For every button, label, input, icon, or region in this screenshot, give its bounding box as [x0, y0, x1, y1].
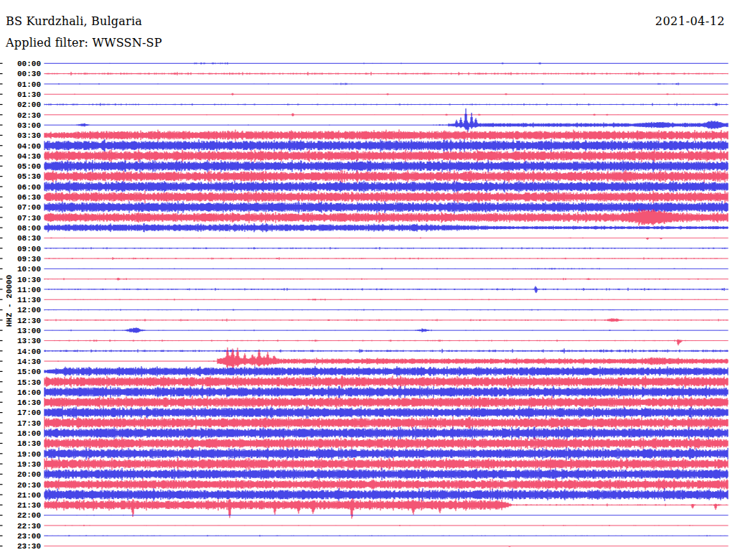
trace-row-2300 [45, 535, 728, 536]
trace-row-1600 [45, 386, 728, 398]
trace-row-1130 [45, 299, 728, 301]
helicorder-page: BS Kurdzhali, Bulgaria Applied filter: W… [0, 0, 735, 560]
time-label-0330: 03:30 [17, 131, 41, 140]
time-label-0300: 03:00 [17, 121, 41, 130]
trace-row-1000 [45, 268, 728, 270]
trace-row-0330 [45, 129, 728, 141]
time-label-0430: 04:30 [17, 152, 41, 161]
time-label-2230: 22:30 [17, 522, 41, 531]
time-label-2200: 22:00 [17, 511, 41, 520]
time-label-0630: 06:30 [17, 193, 41, 202]
time-label-2000: 20:00 [17, 470, 41, 479]
time-label-1230: 12:30 [17, 317, 41, 325]
time-label-1900: 19:00 [17, 450, 41, 459]
time-label-1700: 17:00 [17, 409, 41, 417]
time-label-0730: 07:30 [17, 214, 41, 223]
trace-row-1700 [45, 406, 728, 419]
time-label-2030: 20:30 [17, 481, 41, 490]
trace-row-2000 [45, 468, 728, 480]
trace-row-0230 [45, 113, 728, 116]
trace-row-2200 [45, 515, 728, 516]
time-label-1100: 11:00 [17, 286, 41, 294]
trace-row-0500 [45, 159, 728, 172]
time-label-1630: 16:30 [17, 398, 41, 407]
time-label-0100: 01:00 [17, 80, 41, 89]
trace-row-0930 [45, 257, 728, 260]
trace-row-0630 [45, 191, 728, 204]
trace-row-1100 [45, 286, 728, 294]
trace-row-1630 [45, 396, 728, 409]
trace-row-0030 [45, 72, 728, 75]
trace-row-1300 [45, 327, 728, 332]
time-label-1130: 11:30 [17, 296, 41, 304]
time-label-1330: 13:30 [17, 337, 41, 345]
time-label-0000: 00:00 [17, 60, 41, 68]
time-label-2300: 23:00 [17, 532, 41, 541]
time-label-1730: 17:30 [17, 419, 41, 428]
trace-row-2230 [45, 525, 728, 526]
trace-row-0700 [45, 201, 728, 214]
trace-row-0400 [45, 139, 728, 152]
trace-row-1730 [45, 416, 728, 429]
time-label-2330: 23:30 [17, 542, 41, 551]
time-label-2100: 21:00 [17, 491, 41, 500]
trace-row-1800 [45, 426, 728, 439]
trace-row-1230 [45, 318, 728, 322]
time-label-1030: 10:30 [17, 276, 41, 284]
trace-row-0830 [45, 237, 728, 240]
trace-row-2100 [45, 488, 728, 501]
trace-row-1330 [45, 340, 728, 345]
time-label-1600: 16:00 [17, 388, 41, 397]
time-label-0530: 05:30 [17, 172, 41, 181]
trace-row-0730 [45, 209, 728, 226]
time-label-0030: 00:30 [17, 70, 41, 78]
seismogram-plot: 00:0000:3001:0001:3002:0002:3003:0003:30… [0, 0, 735, 560]
trace-row-1200 [45, 309, 728, 311]
time-label-1200: 12:00 [17, 306, 41, 314]
trace-row-0000 [45, 62, 728, 65]
trace-row-0200 [45, 103, 728, 106]
time-label-0800: 08:00 [17, 224, 41, 233]
time-label-0200: 02:00 [17, 101, 41, 109]
trace-row-1900 [45, 447, 728, 459]
trace-row-2030 [45, 479, 728, 490]
trace-row-0900 [45, 247, 728, 250]
time-label-1500: 15:00 [17, 368, 41, 376]
time-label-0700: 07:00 [17, 203, 41, 212]
time-label-0400: 04:00 [17, 142, 41, 151]
time-label-2130: 21:30 [17, 501, 41, 510]
trace-row-0130 [45, 93, 728, 95]
trace-row-2330 [45, 546, 728, 547]
time-label-1000: 10:00 [17, 265, 41, 274]
time-label-1400: 14:00 [17, 347, 41, 356]
trace-row-0430 [45, 149, 728, 162]
trace-row-0530 [45, 170, 728, 183]
trace-row-1030 [45, 278, 728, 281]
time-label-0830: 08:30 [17, 234, 41, 243]
time-label-1830: 18:30 [17, 439, 41, 448]
trace-row-1830 [45, 437, 728, 449]
trace-row-1930 [45, 458, 728, 470]
trace-row-1500 [45, 366, 728, 377]
trace-row-0100 [45, 83, 728, 85]
time-label-1800: 18:00 [17, 429, 41, 438]
time-label-0600: 06:00 [17, 183, 41, 192]
trace-row-2130 [45, 498, 728, 518]
trace-row-0800 [45, 223, 728, 233]
time-label-1430: 14:30 [17, 358, 41, 366]
trace-row-0300 [45, 108, 728, 131]
time-label-0500: 05:00 [17, 162, 41, 171]
time-label-0130: 01:30 [17, 90, 41, 99]
time-label-0930: 09:30 [17, 255, 41, 263]
time-label-0230: 02:30 [17, 111, 41, 120]
trace-row-0600 [45, 180, 728, 192]
time-label-0900: 09:00 [17, 245, 41, 253]
time-label-1530: 15:30 [17, 378, 41, 387]
time-label-1300: 13:00 [17, 327, 41, 335]
trace-row-1530 [45, 375, 728, 388]
trace-row-1400 [45, 348, 728, 353]
time-label-1930: 19:30 [17, 460, 41, 469]
